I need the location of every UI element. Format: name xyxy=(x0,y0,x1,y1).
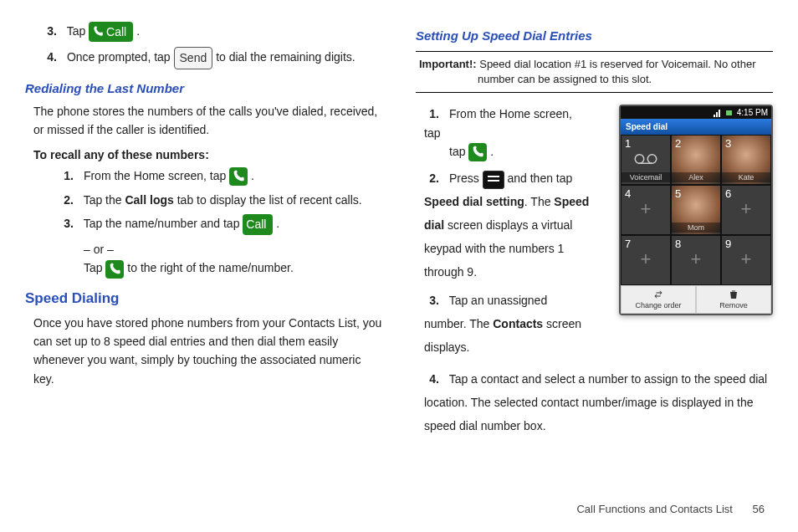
step-text: Tap the xyxy=(84,193,125,207)
or-text: – or – xyxy=(84,240,382,258)
cell-label: Alex xyxy=(672,172,720,182)
subsection-setup-speed-dial: Setting Up Speed Dial Entries xyxy=(416,28,773,43)
bold-text: Contacts xyxy=(493,317,543,330)
speed-dial-cell-6[interactable]: 6+ xyxy=(721,185,771,235)
phone-app-icon xyxy=(105,260,124,279)
phone-app-icon xyxy=(468,143,487,161)
step-number: 2. xyxy=(59,191,74,209)
step-number: 3. xyxy=(42,22,57,40)
phone-app-icon xyxy=(229,167,248,186)
step-number: 2. xyxy=(424,166,439,190)
speed-dial-cell-9[interactable]: 9+ xyxy=(721,235,771,285)
cell-number: 6 xyxy=(725,187,731,200)
speed-dial-grid: 1Voicemail2Alex3Kate4+5Mom6+7+8+9+ xyxy=(621,135,771,285)
status-time: 4:15 PM xyxy=(737,108,768,117)
step-text: Tap xyxy=(67,24,89,38)
bold-text: Call logs xyxy=(125,193,173,207)
cell-label: Kate xyxy=(722,172,770,182)
steps-with-screenshot: 4:15 PM Speed dial 1Voicemail2Alex3Kate4… xyxy=(416,105,773,437)
change-order-label: Change order xyxy=(635,301,681,309)
step-text: Once prompted, tap xyxy=(67,50,174,64)
trash-icon xyxy=(729,289,739,299)
speed-dial-cell-8[interactable]: 8+ xyxy=(671,235,721,285)
step-number: 1. xyxy=(424,105,439,123)
signal-icon xyxy=(714,109,722,117)
plus-icon: + xyxy=(641,248,652,270)
setup-step-2: 2. Press and then tap Speed dial setting… xyxy=(424,166,591,284)
step-4: 4. Once prompted, tap Send to dial the r… xyxy=(42,47,382,69)
recall-heading: To recall any of these numbers: xyxy=(33,148,382,161)
remove-label: Remove xyxy=(719,301,748,309)
steps-narrow: 1. From the Home screen, tap tap . 2. Pr… xyxy=(416,105,591,359)
phone-icon xyxy=(92,26,104,38)
step-text: Tap a contact and select a number to ass… xyxy=(424,372,767,432)
cell-number: 4 xyxy=(625,187,631,200)
step-text: Tap the name/number and tap xyxy=(84,217,243,230)
swap-icon xyxy=(652,289,664,299)
step-text: From the Home screen, tap xyxy=(424,107,572,139)
remove-button[interactable]: Remove xyxy=(696,285,771,314)
important-text-2: number can be assigned to this slot. xyxy=(478,72,770,87)
left-column: 3. Tap Call . 4. Once prompted, tap Send… xyxy=(25,17,382,442)
speed-dial-cell-1[interactable]: 1Voicemail xyxy=(621,135,671,185)
paragraph: Once you have stored phone numbers from … xyxy=(33,314,382,389)
svg-point-2 xyxy=(647,155,657,164)
call-button: Call xyxy=(243,214,273,234)
subsection-redialing: Redialing the Last Number xyxy=(25,81,382,95)
call-button-label: Call xyxy=(106,23,126,41)
menu-icon xyxy=(483,171,504,189)
speed-dial-cell-5[interactable]: 5Mom xyxy=(671,185,721,235)
section-speed-dialing: Speed Dialing xyxy=(25,290,382,307)
step-text: Tap xyxy=(84,261,105,274)
right-column: Setting Up Speed Dial Entries Important!… xyxy=(416,17,773,442)
cell-number: 5 xyxy=(675,187,681,200)
cell-label: Voicemail xyxy=(622,172,670,182)
cell-number: 2 xyxy=(675,137,681,150)
step-number: 3. xyxy=(424,289,439,312)
recall-step-3: 3. Tap the name/number and tap Call . xyxy=(59,214,382,234)
cell-number: 1 xyxy=(625,137,631,150)
step-text: From the Home screen, tap xyxy=(84,169,229,182)
plus-icon: + xyxy=(741,198,752,220)
change-order-button[interactable]: Change order xyxy=(621,285,696,314)
send-button: Send xyxy=(174,47,213,69)
cell-number: 8 xyxy=(675,238,681,250)
screen-title: Speed dial xyxy=(621,119,771,135)
voicemail-icon xyxy=(633,151,658,167)
svg-point-1 xyxy=(635,155,644,164)
setup-step-4: 4. Tap a contact and select a number to … xyxy=(424,364,773,437)
screen-footer: Change order Remove xyxy=(621,285,771,314)
call-button: Call xyxy=(89,22,133,42)
plus-icon: + xyxy=(741,248,752,270)
page-number: 56 xyxy=(753,503,765,515)
step-text: to the right of the name/number. xyxy=(127,261,293,274)
recall-step-2: 2. Tap the Call logs tab to display the … xyxy=(59,191,382,209)
footer-section: Call Functions and Contacts List xyxy=(576,503,732,515)
recall-step-3b: Tap to the right of the name/number. xyxy=(84,258,382,278)
setup-step-3: 3. Tap an unassigned number. The Contact… xyxy=(424,289,591,359)
step-number: 1. xyxy=(59,166,74,185)
page-footer: Call Functions and Contacts List 56 xyxy=(576,503,765,515)
page: 3. Tap Call . 4. Once prompted, tap Send… xyxy=(0,0,798,442)
step-text: Press xyxy=(449,171,483,185)
step-number: 3. xyxy=(59,214,74,233)
cell-number: 7 xyxy=(625,238,631,250)
important-text: Speed dial location #1 is reserved for V… xyxy=(477,58,756,70)
step-text: tab to display the list of recent calls. xyxy=(177,193,362,207)
speed-dial-cell-4[interactable]: 4+ xyxy=(621,185,671,235)
plus-icon: + xyxy=(641,198,652,220)
recall-step-1: 1. From the Home screen, tap . xyxy=(59,166,382,186)
step-text: . xyxy=(276,217,279,230)
speed-dial-cell-3[interactable]: 3Kate xyxy=(721,135,771,185)
step-number: 4. xyxy=(424,367,439,391)
plus-icon: + xyxy=(691,248,702,270)
setup-step-1: 1. From the Home screen, tap tap . xyxy=(424,105,591,161)
phone-screenshot: 4:15 PM Speed dial 1Voicemail2Alex3Kate4… xyxy=(619,105,773,315)
battery-icon xyxy=(725,109,734,117)
speed-dial-cell-7[interactable]: 7+ xyxy=(621,235,671,285)
cell-label: Mom xyxy=(672,223,720,233)
bold-text: Speed dial setting xyxy=(424,195,524,208)
step-text: . xyxy=(251,169,254,182)
speed-dial-cell-2[interactable]: 2Alex xyxy=(671,135,721,185)
important-label: Important!: xyxy=(419,58,477,70)
